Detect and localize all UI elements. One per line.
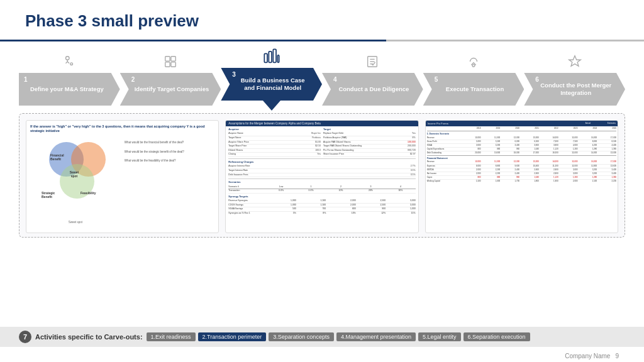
card3-columns: Actual Estimates	[586, 122, 616, 124]
card1-question-1: What would be the financial benefit of t…	[125, 141, 215, 145]
step-1-label: Define your M&A Strategy	[30, 85, 104, 93]
preview-container: If the answer is "high" or "very high" t…	[19, 113, 625, 238]
svg-point-14	[472, 65, 475, 67]
svg-rect-5	[171, 62, 175, 67]
step-5-arrow[interactable]: 5 Execute Transaction	[423, 73, 525, 106]
sweet-spot-label: Sweet spot	[69, 221, 82, 224]
svg-rect-2	[165, 57, 170, 61]
step-4-number: 4	[333, 76, 337, 83]
step-4-arrow[interactable]: 4 Conduct a Due Diligence	[322, 73, 423, 106]
step-2-number: 2	[131, 76, 135, 83]
step-4-icon	[365, 53, 379, 70]
card1-title: If the answer is "high" or "very high" t…	[30, 124, 214, 133]
bottom-tag-3[interactable]: 3.Separation concepts	[269, 332, 334, 341]
bottom-tag-4[interactable]: 4.Management presentation	[336, 332, 416, 341]
step-6-label: Conduct the Post Merger Integration	[538, 82, 614, 97]
step-6-wrapper: 6 Conduct the Post Merger Integration	[524, 53, 625, 106]
step-6-icon	[568, 53, 582, 70]
bottom-tag-2[interactable]: 2.Transaction perimeter	[198, 332, 267, 341]
step-3-arrow[interactable]: 3 Build a Business Case and Financial Mo…	[221, 68, 322, 101]
venn-label-financial: FinancialBenefit	[50, 153, 64, 161]
card3-body: 2018201920202021 2022202320242025 1. Dom…	[426, 126, 618, 184]
step-6-arrow[interactable]: 6 Conduct the Post Merger Integration	[524, 73, 625, 106]
card3-header: Income Pro Forma Actual Estimates	[426, 121, 618, 126]
company-name: Company Name	[565, 353, 610, 359]
step-1-wrapper: 1 Define your M&A Strategy	[19, 53, 120, 106]
step-4-label: Conduct a Due Diligence	[338, 85, 409, 93]
step-3-number: 3	[232, 71, 236, 78]
step-2-arrow[interactable]: 2 Identify Target Companies	[120, 73, 221, 106]
svg-point-1	[70, 63, 73, 65]
preview-card-1: If the answer is "high" or "very high" t…	[26, 120, 219, 233]
venn-label-strategic: StrategicBenefit	[42, 191, 55, 199]
step-2-wrapper: 2 Identify Target Companies	[120, 53, 221, 106]
card3-title: Income Pro Forma	[428, 122, 448, 125]
svg-rect-6	[264, 53, 267, 62]
svg-rect-8	[273, 49, 276, 62]
bottom-bar: 7 Activities specific to Carve-outs: 1.E…	[0, 327, 644, 347]
step-2-icon	[164, 53, 177, 70]
svg-rect-9	[277, 55, 279, 63]
svg-point-0	[66, 57, 70, 60]
step-1-arrow[interactable]: 1 Define your M&A Strategy	[19, 73, 120, 106]
card1-question-2: What would be the strategic benefit of t…	[125, 150, 215, 154]
bottom-activities-label: Activities specific to Carve-outs:	[35, 333, 143, 341]
step-5-icon	[467, 53, 480, 70]
svg-rect-7	[269, 52, 272, 63]
preview-card-3: Income Pro Forma Actual Estimates 201820…	[425, 120, 618, 233]
step-6-number: 6	[535, 76, 539, 83]
step-1-icon	[62, 53, 76, 70]
step-3-icon	[263, 48, 280, 65]
bottom-tag-5[interactable]: 5.Legal entity	[418, 332, 461, 341]
page-header: Phase 3 small preview	[0, 0, 644, 36]
svg-rect-3	[171, 57, 175, 61]
step-5-label: Execute Transaction	[446, 85, 504, 93]
step-2-label: Identify Target Companies	[135, 85, 209, 93]
card1-question-3: What would be the feasibility of the dea…	[125, 159, 215, 163]
venn-label-feasibility: Feasibility	[80, 191, 96, 195]
page-footer: Company Name 9	[565, 353, 619, 359]
bottom-tags: 1.Exit readiness 2.Transaction perimeter…	[147, 332, 530, 341]
page-title: Phase 3 small preview	[25, 11, 619, 31]
step-3-down-arrow	[263, 101, 280, 111]
card2-body: Acquiror Acquiror NameBuyer Inc Target N…	[226, 126, 418, 216]
venn-diagram: FinancialBenefit StrategicBenefit Feasib…	[30, 136, 121, 205]
bottom-tag-1[interactable]: 1.Exit readiness	[147, 332, 196, 341]
step-1-number: 1	[24, 76, 28, 83]
step-5-number: 5	[435, 76, 438, 83]
venn-center-label: Sweetspot	[62, 170, 87, 178]
card2-header: Assumptions for the Merger between Compa…	[226, 121, 418, 126]
preview-card-2: Assumptions for the Merger between Compa…	[225, 120, 418, 233]
step-3-wrapper: 3 Build a Business Case and Financial Mo…	[221, 48, 322, 111]
bottom-step-badge: 7	[19, 331, 31, 343]
page-number: 9	[615, 353, 619, 359]
process-flow: 1 Define your M&A Strategy 2 Identify Ta…	[0, 41, 644, 111]
step-4-wrapper: 4 Conduct a Due Diligence	[322, 53, 423, 106]
step-5-wrapper: 5 Execute Transaction	[423, 53, 525, 106]
bottom-tag-6[interactable]: 6.Separation execution	[464, 332, 530, 341]
step-3-label: Build a Business Case and Financial Mode…	[235, 77, 311, 92]
svg-rect-4	[165, 62, 170, 67]
